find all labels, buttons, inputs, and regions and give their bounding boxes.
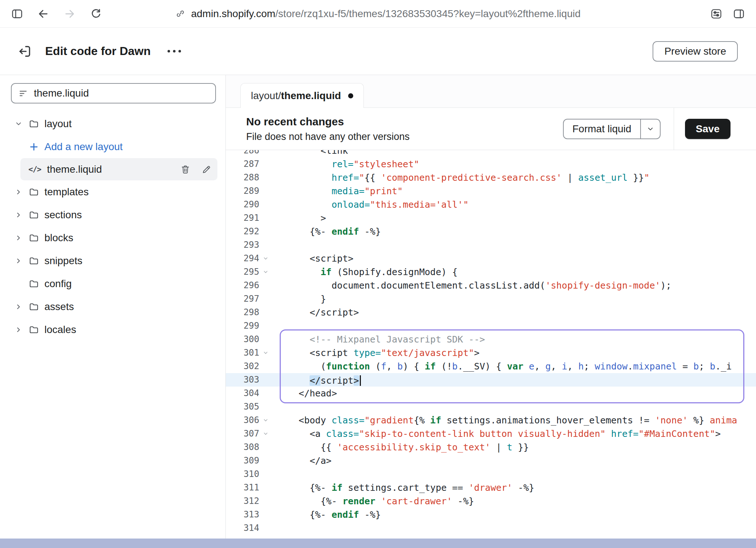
code-line-310[interactable]: 310 (226, 467, 756, 481)
code-line-302[interactable]: 302 (function (f, b) { if (!b.__SV) { va… (226, 360, 756, 373)
code-line-290[interactable]: 290 onload="this.media='all'" (226, 198, 756, 211)
folder-icon (28, 278, 39, 289)
fold-chevron-icon[interactable] (259, 252, 272, 265)
tree-folder-config[interactable]: config (0, 272, 225, 295)
tree-folder-locales[interactable]: locales (0, 318, 225, 341)
code-line-286[interactable]: 286 <link (226, 150, 756, 157)
status-title: No recent changes (246, 116, 410, 128)
reload-icon[interactable] (90, 8, 102, 20)
tab-theme-liquid[interactable]: layout/theme.liquid (240, 83, 364, 108)
trash-icon[interactable] (180, 164, 190, 175)
code-line-296[interactable]: 296 document.documentElement.classList.a… (226, 279, 756, 292)
tree-folder-snippets[interactable]: snippets (0, 249, 225, 272)
code-line-312[interactable]: 312 {%- render 'cart-drawer' -%} (226, 494, 756, 508)
browser-actions (710, 8, 745, 20)
code-line-311[interactable]: 311 {%- if settings.cart_type == 'drawer… (226, 481, 756, 494)
format-liquid-label: Format liquid (564, 120, 640, 138)
save-button[interactable]: Save (685, 119, 731, 139)
tree-folder-blocks[interactable]: blocks (0, 226, 225, 249)
folder-icon (28, 232, 39, 243)
code-line-305[interactable]: 305 (226, 400, 756, 414)
code-line-308[interactable]: 308 {{ 'accessibility.skip_to_text' | t … (226, 441, 756, 454)
chevron-right-icon[interactable] (13, 188, 24, 196)
code-line-306[interactable]: 306 <body class="gradient{% if settings.… (226, 414, 756, 427)
code-line-313[interactable]: 313 {%- endif -%} (226, 508, 756, 521)
ellipsis-icon (168, 50, 170, 52)
tree-folder-assets[interactable]: assets (0, 295, 225, 318)
code-line-314[interactable]: 314 (226, 521, 756, 535)
fold-chevron-icon[interactable] (259, 414, 272, 427)
code-line-307[interactable]: 307 <a class="skip-to-content-link butto… (226, 427, 756, 441)
code-line-309[interactable]: 309 </a> (226, 454, 756, 467)
chevron-right-icon[interactable] (13, 303, 24, 311)
file-search[interactable] (11, 83, 216, 103)
window-bottom-strip (0, 539, 756, 548)
line-number: 305 (226, 400, 259, 414)
pencil-icon[interactable] (201, 164, 212, 175)
code-line-289[interactable]: 289 media="print" (226, 184, 756, 198)
tree-file-theme-liquid[interactable]: </>theme.liquid (20, 158, 217, 180)
plus-icon (28, 141, 39, 152)
chevron-right-icon[interactable] (13, 326, 24, 334)
chevron-down-icon[interactable] (13, 120, 24, 128)
page-title: Edit code for Dawn (45, 44, 151, 58)
code-line-293[interactable]: 293 (226, 238, 756, 252)
code-line-295[interactable]: 295 if (Shopify.designMode) { (226, 265, 756, 279)
tree-folder-layout[interactable]: layout (0, 112, 225, 135)
code-file-icon: </> (28, 165, 41, 174)
chevron-right-icon[interactable] (13, 211, 24, 219)
line-number: 293 (226, 238, 259, 252)
fold-spacer (259, 454, 272, 467)
code-line-292[interactable]: 292 {%- endif -%} (226, 225, 756, 238)
chevron-down-icon[interactable] (641, 120, 660, 138)
line-number: 302 (226, 360, 259, 373)
file-search-input[interactable] (34, 87, 209, 99)
format-liquid-button[interactable]: Format liquid (563, 119, 661, 139)
fold-spacer (259, 387, 272, 400)
code-lines: 286 <link287 rel="stylesheet"288 href="{… (226, 150, 756, 535)
fold-chevron-icon[interactable] (259, 265, 272, 279)
fold-spacer (259, 184, 272, 198)
code-line-300[interactable]: 300 <!-- Mixpanel Javascript SDK --> (226, 333, 756, 346)
code-text (272, 521, 288, 535)
code-line-291[interactable]: 291 > (226, 211, 756, 225)
code-line-298[interactable]: 298 </script> (226, 306, 756, 319)
code-text: <script> (272, 252, 354, 265)
filter-icon (18, 89, 28, 98)
chevron-right-icon[interactable] (13, 257, 24, 265)
code-line-304[interactable]: 304 </head> (226, 387, 756, 400)
address-bar[interactable]: admin.shopify.com/store/rzq1xu-f5/themes… (176, 8, 581, 20)
line-number: 309 (226, 454, 259, 467)
code-text: </a> (272, 454, 331, 467)
sidebar-toggle-icon[interactable] (11, 8, 23, 20)
code-line-288[interactable]: 288 href="{{ 'component-predictive-searc… (226, 171, 756, 184)
line-number: 313 (226, 508, 259, 521)
add-new-layout-button[interactable]: Add a new layout (0, 135, 225, 158)
tree-folder-sections[interactable]: sections (0, 203, 225, 226)
fold-chevron-icon[interactable] (259, 427, 272, 441)
code-line-301[interactable]: 301 <script type="text/javascript"> (226, 346, 756, 360)
code-text: <body class="gradient{% if settings.anim… (272, 414, 737, 427)
code-line-297[interactable]: 297 } (226, 292, 756, 306)
tune-icon[interactable] (710, 8, 722, 20)
back-icon[interactable] (37, 8, 50, 20)
fold-spacer (259, 279, 272, 292)
tree-item-label: blocks (44, 232, 73, 244)
chevron-right-icon[interactable] (13, 234, 24, 242)
fold-chevron-icon[interactable] (259, 346, 272, 360)
tree-folder-templates[interactable]: templates (0, 180, 225, 203)
code-line-294[interactable]: 294 <script> (226, 252, 756, 265)
code-line-287[interactable]: 287 rel="stylesheet" (226, 157, 756, 171)
panel-right-icon[interactable] (733, 8, 745, 20)
line-number: 308 (226, 441, 259, 454)
code-line-299[interactable]: 299 (226, 319, 756, 333)
file-row-actions (180, 164, 217, 175)
line-number: 288 (226, 171, 259, 184)
code-line-303[interactable]: 303 </script> (226, 373, 756, 387)
more-actions-button[interactable] (164, 44, 185, 58)
exit-editor-button[interactable] (13, 40, 36, 63)
main-content: layoutAdd a new layout</>theme.liquidtem… (0, 75, 756, 539)
code-editor[interactable]: 286 <link287 rel="stylesheet"288 href="{… (226, 150, 756, 539)
preview-store-button[interactable]: Preview store (653, 41, 738, 62)
url-path: /store/rzq1xu-f5/themes/132683530345?key… (275, 8, 580, 19)
